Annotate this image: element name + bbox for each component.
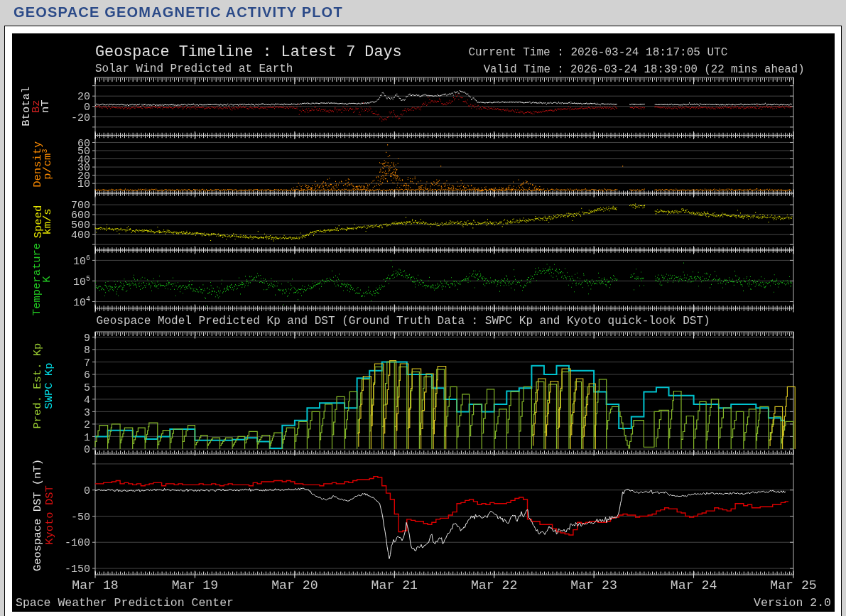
svg-text:4: 4 (84, 394, 90, 406)
svg-text:K: K (40, 275, 53, 282)
svg-text:-50: -50 (71, 511, 90, 523)
svg-text:Mar 19: Mar 19 (172, 578, 219, 592)
svg-text:-150: -150 (65, 563, 90, 576)
svg-text:nT: nT (40, 99, 53, 113)
svg-text:-20: -20 (71, 112, 90, 124)
svg-text:3: 3 (84, 406, 90, 418)
svg-text:1: 1 (84, 431, 90, 443)
svg-text:Mar 23: Mar 23 (570, 578, 617, 592)
svg-text:SWPC Kp: SWPC Kp (43, 362, 56, 409)
svg-text:Version 2.0: Version 2.0 (754, 595, 831, 609)
svg-text:0: 0 (84, 444, 90, 456)
svg-text:Mar 20: Mar 20 (271, 578, 318, 592)
svg-text:Mar 22: Mar 22 (471, 578, 518, 592)
svg-text:km/s: km/s (41, 208, 54, 234)
svg-text:Solar Wind Predicted at Earth: Solar Wind Predicted at Earth (95, 62, 293, 75)
svg-text:Current Time : 2026-03-24 18:1: Current Time : 2026-03-24 18:17:05 UTC (468, 46, 727, 59)
svg-text:9: 9 (84, 332, 90, 344)
svg-text:7: 7 (84, 357, 90, 369)
svg-text:Valid Time : 2026-03-24 18:39:: Valid Time : 2026-03-24 18:39:00 (22 min… (484, 63, 805, 76)
svg-text:Mar 24: Mar 24 (671, 578, 717, 592)
svg-text:Mar 18: Mar 18 (72, 578, 119, 592)
svg-text:2: 2 (84, 419, 90, 431)
svg-text:Space Weather Prediction Cente: Space Weather Prediction Center (16, 595, 234, 609)
svg-text:Mar 25: Mar 25 (770, 578, 817, 592)
svg-text:-100: -100 (65, 537, 90, 549)
svg-text:400: 400 (71, 229, 90, 242)
svg-text:5: 5 (84, 382, 90, 394)
svg-text:0: 0 (84, 485, 90, 497)
svg-text:Geospace Model Predicted Kp an: Geospace Model Predicted Kp and DST (Gro… (97, 314, 710, 327)
svg-text:10: 10 (77, 178, 90, 190)
svg-text:Kyoto DST: Kyoto DST (43, 485, 56, 545)
svg-text:Mar 21: Mar 21 (372, 578, 418, 592)
svg-text:8: 8 (84, 345, 90, 357)
svg-text:Pred. Est. Kp: Pred. Est. Kp (31, 342, 44, 428)
svg-text:Geospace Timeline : Latest 7 D: Geospace Timeline : Latest 7 Days (95, 43, 402, 60)
svg-text:6: 6 (84, 369, 90, 382)
svg-text:Geospace DST (nT): Geospace DST (nT) (31, 458, 44, 571)
